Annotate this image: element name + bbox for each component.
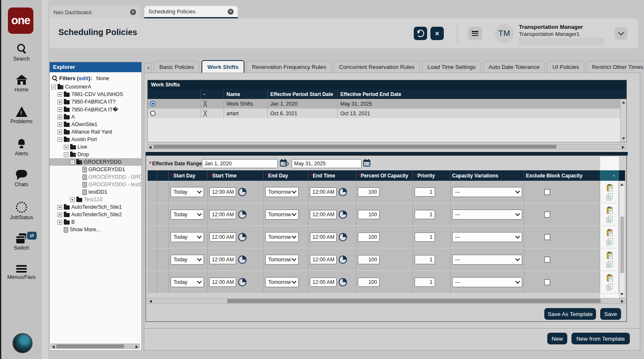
start-day-select[interactable]: Today [171, 210, 204, 220]
tab-scheduling-policies[interactable]: Scheduling Policies × [144, 6, 238, 18]
tree-item-autotendersch-site2[interactable]: +AutoTenderSch_Site2 [50, 211, 141, 218]
scroll-down-icon[interactable] [620, 293, 624, 296]
capacity-variations-select[interactable]: --- [452, 255, 522, 265]
switch-badge-icon[interactable]: ⇄ [27, 232, 37, 240]
end-day-select[interactable]: Tomorrow [265, 277, 299, 287]
close-tab-icon[interactable]: × [130, 9, 136, 15]
scrollbar-thumb[interactable] [56, 344, 124, 348]
copy-icon[interactable] [606, 283, 613, 290]
capacity-variations-select[interactable]: --- [452, 277, 522, 287]
expander-plus-icon[interactable]: + [58, 107, 62, 112]
scroll-left-icon[interactable] [149, 146, 151, 149]
tree-item-7881-cdv-valinhos[interactable]: +7881-CDV VALINHOS [50, 91, 141, 98]
paste-icon[interactable] [606, 229, 613, 236]
start-time-input[interactable] [209, 255, 236, 264]
tree-item-b[interactable]: +B [50, 218, 141, 226]
scroll-left-icon[interactable] [52, 345, 55, 349]
expander-minus-icon[interactable]: − [64, 152, 68, 157]
expander-minus-icon[interactable]: − [51, 85, 56, 89]
tree-item-aownsite1[interactable]: +AOwnSite1 [50, 121, 141, 128]
copy-icon[interactable] [606, 216, 613, 222]
start-day-select[interactable]: Today [171, 232, 204, 242]
copy-icon[interactable] [606, 261, 613, 268]
filters-edit-link[interactable]: edit [79, 75, 88, 81]
tree-item-alliance-rail-yard[interactable]: +Alliance Rail Yard [50, 128, 141, 136]
clock-icon[interactable] [238, 278, 247, 286]
start-time-input[interactable] [209, 210, 236, 219]
start-day-select[interactable]: Today [171, 255, 204, 265]
clock-icon[interactable] [339, 188, 347, 196]
start-time-input[interactable] [209, 187, 236, 197]
row-select-radio[interactable] [150, 101, 156, 106]
scroll-right-icon[interactable] [621, 300, 624, 303]
sidebar-item-menus-favs[interactable]: Menus/Favs [1, 265, 42, 294]
end-day-select[interactable]: Tomorrow [265, 232, 299, 242]
expander-plus-icon[interactable]: + [58, 122, 62, 127]
tree-item-groceryddg[interactable]: −GROCERYDDG [50, 158, 141, 166]
grid-h-scrollbar[interactable] [148, 298, 625, 304]
sidebar-item-search[interactable]: Search [1, 43, 42, 72]
save-button[interactable]: Save [600, 308, 621, 320]
tree-item-testdd1[interactable]: testDD1 [50, 188, 141, 196]
new-button[interactable]: New [547, 333, 567, 344]
tab-basic-policies[interactable]: Basic Policies [154, 61, 199, 73]
scrollbar-thumb[interactable] [227, 299, 601, 303]
clock-icon[interactable] [238, 188, 247, 196]
expander-minus-icon[interactable]: − [58, 137, 62, 142]
tab-neo-dashboard[interactable]: Neo Dashboard × [49, 6, 140, 18]
priority-input[interactable] [415, 278, 435, 287]
clock-icon[interactable] [339, 210, 347, 219]
new-from-template-button[interactable]: New from Template [571, 333, 630, 344]
paste-icon[interactable] [606, 252, 613, 259]
copy-icon[interactable] [606, 193, 613, 200]
priority-input[interactable] [415, 187, 435, 197]
sidebar-item-alerts[interactable]: Alerts [1, 138, 42, 167]
expander-plus-icon[interactable]: + [58, 212, 62, 217]
exclude-block-capacity-checkbox[interactable] [544, 189, 550, 195]
effective-date-from-input[interactable] [202, 159, 278, 168]
paste-icon[interactable] [606, 184, 613, 191]
delete-icon[interactable]: ╳ [204, 101, 207, 107]
end-day-select[interactable]: Tomorrow [265, 255, 299, 265]
scroll-right-icon[interactable] [136, 345, 138, 349]
start-day-select[interactable]: Today [171, 277, 204, 287]
clock-icon[interactable] [339, 278, 347, 286]
close-page-button[interactable]: × [430, 27, 444, 40]
clock-icon[interactable] [339, 255, 347, 264]
percent-of-capacity-input[interactable] [358, 233, 380, 242]
capacity-variations-select[interactable]: --- [452, 232, 522, 242]
scroll-up-icon[interactable] [620, 183, 624, 186]
priority-input[interactable] [415, 210, 435, 219]
calendar-icon[interactable] [363, 160, 370, 167]
tabs-scroll-left-button[interactable] [144, 63, 152, 73]
tree-item-austin-port[interactable]: −Austin Port [50, 136, 141, 143]
exclude-block-capacity-checkbox[interactable] [544, 257, 550, 263]
capacity-variations-select[interactable]: --- [452, 187, 522, 197]
ws-v-scrollbar[interactable] [620, 99, 626, 142]
start-day-select[interactable]: Today [171, 187, 204, 197]
expander-plus-icon[interactable]: + [58, 220, 62, 225]
user-menu-dropdown[interactable] [615, 27, 627, 40]
ws-row-work-shifts[interactable]: ╳Work ShiftsJan 1, 2020May 31, 2025 [148, 99, 626, 109]
start-time-input[interactable] [209, 278, 236, 287]
percent-of-capacity-input[interactable] [358, 187, 380, 197]
tree-item-live[interactable]: +Live [50, 143, 141, 151]
one-logo[interactable]: one [8, 8, 33, 34]
tree-item-grocerydd1[interactable]: GROCERYDD1 [50, 166, 141, 173]
paste-icon[interactable] [606, 207, 613, 214]
clock-icon[interactable] [339, 233, 347, 241]
tree-item-7950-fabrica-it[interactable]: +7950-FABRICA IT? [50, 98, 141, 106]
tree-item-groceryddg-testdd1[interactable]: GROCERYDDG - testDD1 [50, 181, 141, 188]
clock-icon[interactable] [238, 210, 247, 219]
tree-item-test123[interactable]: +Test123 [50, 196, 141, 203]
expander-plus-icon[interactable]: + [70, 197, 75, 202]
expander-plus-icon[interactable]: + [58, 115, 62, 119]
expander-plus-icon[interactable]: + [58, 205, 62, 210]
tab-auto-date-tolerance[interactable]: Auto Date Tolerance [483, 61, 545, 73]
end-time-input[interactable] [310, 187, 337, 197]
tree-item-groceryddg-grocer[interactable]: GROCERYDDG - GROCER [50, 173, 141, 181]
end-time-input[interactable] [310, 233, 337, 242]
explorer-h-scrollbar[interactable] [50, 344, 140, 349]
tab-restrict-other-times[interactable]: Restrict Other Times [586, 61, 644, 73]
percent-of-capacity-input[interactable] [358, 255, 380, 264]
